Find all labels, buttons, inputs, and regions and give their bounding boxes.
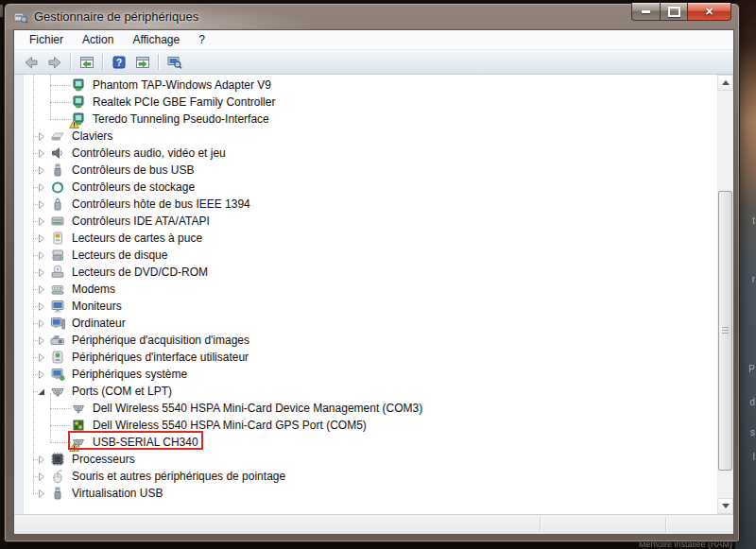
ieee1394-icon bbox=[50, 197, 65, 212]
scrollbar-thumb[interactable] bbox=[718, 191, 732, 471]
tree-item-label: Phantom TAP-Windows Adapter V9 bbox=[91, 78, 273, 92]
maximize-icon bbox=[668, 7, 680, 17]
computer-magnifier-icon bbox=[167, 55, 182, 70]
tree-item-dell-wireless-5540-hspa-mini-card-device-m[interactable]: Dell Wireless 5540 HSPA Mini-Card Device… bbox=[24, 400, 717, 417]
title-bar[interactable]: Gestionnaire de périphériques ✕ bbox=[5, 4, 739, 29]
menu-item-action[interactable]: Action bbox=[73, 31, 123, 49]
processor-icon bbox=[50, 452, 65, 467]
collapse-icon[interactable] bbox=[36, 386, 46, 397]
tree-item-label: Dell Wireless 5540 HSPA Mini-Card GPS Po… bbox=[91, 419, 369, 432]
tree-item-ordinateur[interactable]: Ordinateur bbox=[24, 315, 717, 332]
menu-item-help[interactable]: ? bbox=[189, 31, 215, 49]
main-area: Phantom TAP-Windows Adapter V9Realtek PC… bbox=[14, 75, 733, 514]
tree-item-virtualisation-usb[interactable]: Virtualisation USB bbox=[24, 485, 717, 502]
toolbar-separator bbox=[102, 54, 103, 70]
scroll-up-icon bbox=[722, 80, 730, 85]
expand-icon[interactable] bbox=[36, 199, 46, 210]
warning-icon bbox=[69, 119, 79, 129]
tree-item-lecteurs-de-cartes-puce[interactable]: Lecteurs de cartes à puce bbox=[24, 230, 717, 247]
tree-item-label: Contrôleurs audio, vidéo et jeu bbox=[70, 146, 228, 160]
expand-icon[interactable] bbox=[36, 250, 46, 261]
tree-item-processeurs[interactable]: Processeurs bbox=[24, 451, 717, 468]
menu-item-file[interactable]: Fichier bbox=[20, 31, 73, 49]
tree-item-p-riph-riques-syst-me[interactable]: Périphériques système bbox=[24, 366, 717, 383]
vertical-scrollbar[interactable] bbox=[717, 75, 733, 514]
expand-icon[interactable] bbox=[36, 267, 46, 278]
tree-item-label: Périphériques d'interface utilisateur bbox=[70, 351, 250, 364]
expand-icon[interactable] bbox=[36, 472, 46, 482]
computer-icon bbox=[50, 316, 65, 331]
tree-item-label: Dell Wireless 5540 HSPA Mini-Card Device… bbox=[91, 402, 424, 415]
tree-item-lecteurs-de-dvd-cd-rom[interactable]: Lecteurs de DVD/CD-ROM bbox=[24, 264, 717, 281]
show-console-tree-button[interactable] bbox=[75, 52, 98, 73]
network-adapter-icon bbox=[71, 77, 86, 93]
close-button[interactable]: ✕ bbox=[688, 3, 731, 21]
tree-item-phantom-tap-windows-adapter-v9[interactable]: Phantom TAP-Windows Adapter V9 bbox=[24, 77, 717, 94]
tree-item-ports-com-et-lpt[interactable]: Ports (COM et LPT) bbox=[24, 383, 717, 400]
back-arrow-icon bbox=[24, 55, 39, 70]
tree-item-moniteurs[interactable]: Moniteurs bbox=[24, 298, 717, 315]
network-adapter-icon bbox=[71, 112, 86, 127]
forward-button[interactable] bbox=[43, 52, 66, 73]
tree-item-label: Lecteurs de cartes à puce bbox=[70, 232, 204, 245]
expand-icon[interactable] bbox=[36, 318, 46, 329]
toolbar-separator bbox=[158, 54, 159, 70]
expand-icon[interactable] bbox=[36, 335, 46, 346]
dvd-icon bbox=[50, 265, 65, 280]
device-manager-window: Gestionnaire de périphériques ✕ FichierA… bbox=[4, 3, 740, 542]
expand-icon[interactable] bbox=[36, 148, 46, 159]
serial-port-icon bbox=[71, 401, 86, 416]
menu-bar: FichierActionAffichage? bbox=[14, 30, 733, 50]
tree-item-contr-leurs-ide-ata-atapi[interactable]: Contrôleurs IDE ATA/ATAPI bbox=[24, 213, 717, 230]
maximize-button[interactable] bbox=[660, 3, 688, 21]
tree-item-contr-leurs-de-bus-usb[interactable]: Contrôleurs de bus USB bbox=[24, 162, 717, 179]
modem-icon bbox=[50, 282, 65, 297]
tree-item-teredo-tunneling-pseudo-interface[interactable]: Teredo Tunneling Pseudo-Interface bbox=[24, 111, 717, 128]
scan-hardware-changes-button[interactable] bbox=[163, 52, 186, 73]
tree-item-label: Périphériques système bbox=[70, 368, 189, 381]
tree-item-claviers[interactable]: Claviers bbox=[24, 128, 717, 145]
tree-item-p-riph-rique-d-acquisition-d-images[interactable]: Périphérique d'acquisition d'images bbox=[24, 332, 717, 349]
desktop-artifact bbox=[0, 5, 3, 17]
disk-icon bbox=[50, 248, 65, 263]
expand-icon[interactable] bbox=[36, 165, 46, 176]
network-adapter-icon bbox=[71, 94, 86, 110]
expand-icon[interactable] bbox=[36, 131, 46, 142]
tree-item-label: Contrôleurs IDE ATA/ATAPI bbox=[70, 214, 212, 228]
tree-item-label: Ports (COM et LPT) bbox=[70, 385, 174, 398]
tree-item-label: Virtualisation USB bbox=[70, 487, 165, 500]
expand-icon[interactable] bbox=[36, 216, 46, 227]
keyboard-icon bbox=[50, 129, 65, 144]
tree-item-realtek-pcie-gbe-family-controller[interactable]: Realtek PCIe GBE Family Controller bbox=[24, 94, 717, 111]
expand-icon[interactable] bbox=[36, 284, 46, 295]
tree-item-label: Souris et autres périphériques de pointa… bbox=[70, 470, 287, 483]
tree-item-lecteurs-de-disque[interactable]: Lecteurs de disque bbox=[24, 247, 717, 264]
tree-item-label: Moniteurs bbox=[70, 300, 124, 313]
scroll-down-button[interactable] bbox=[717, 498, 733, 514]
tree-item-label: Lecteurs de disque bbox=[70, 249, 169, 262]
help-button[interactable]: ? bbox=[107, 52, 130, 73]
expand-icon[interactable] bbox=[36, 352, 46, 363]
properties-button[interactable] bbox=[130, 52, 154, 73]
device-tree-pane[interactable]: Phantom TAP-Windows Adapter V9Realtek PC… bbox=[23, 75, 717, 514]
tree-item-p-riph-riques-d-interface-utilisateur[interactable]: Périphériques d'interface utilisateur bbox=[24, 349, 717, 366]
tree-item-modems[interactable]: Modems bbox=[24, 281, 717, 298]
tree-item-label: Ordinateur bbox=[70, 317, 128, 330]
tree-item-contr-leurs-h-te-de-bus-ieee-1394[interactable]: Contrôleurs hôte de bus IEEE 1394 bbox=[24, 196, 717, 213]
expand-icon[interactable] bbox=[36, 489, 46, 499]
ide-icon bbox=[50, 214, 65, 229]
tree-item-souris-et-autres-p-riph-riques-de-pointage[interactable]: Souris et autres périphériques de pointa… bbox=[24, 468, 717, 485]
tree-item-contr-leurs-audio-vid-o-et-jeu[interactable]: Contrôleurs audio, vidéo et jeu bbox=[24, 145, 717, 162]
expand-icon[interactable] bbox=[36, 455, 46, 465]
desktop-text-fragment: P bbox=[748, 364, 755, 374]
minimize-button[interactable] bbox=[631, 3, 660, 21]
scroll-up-button[interactable] bbox=[717, 75, 733, 91]
expand-icon[interactable] bbox=[36, 233, 46, 244]
expand-icon[interactable] bbox=[36, 301, 46, 312]
tree-item-contr-leurs-de-stockage[interactable]: Contrôleurs de stockage bbox=[24, 179, 717, 196]
expand-icon[interactable] bbox=[36, 369, 46, 380]
window-green-arrow-right-icon bbox=[135, 55, 150, 70]
back-button[interactable] bbox=[19, 52, 43, 73]
menu-item-view[interactable]: Affichage bbox=[123, 31, 189, 49]
expand-icon[interactable] bbox=[36, 182, 46, 193]
